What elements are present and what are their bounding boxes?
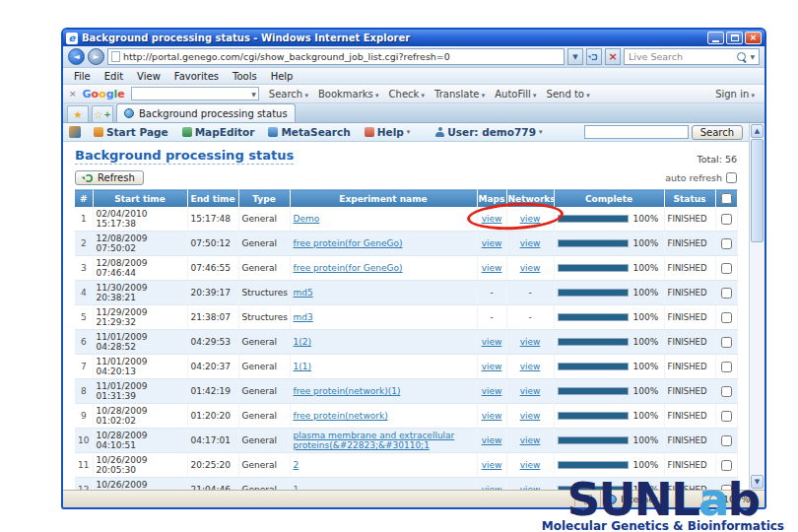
- maps-view-link[interactable]: view: [482, 411, 502, 421]
- menu-edit[interactable]: Edit: [98, 70, 130, 83]
- maps-view-link[interactable]: view: [482, 337, 502, 347]
- google-toolbar-check[interactable]: Check: [385, 88, 430, 100]
- networks-cell: view: [506, 355, 554, 379]
- refresh-page-button[interactable]: [586, 48, 602, 65]
- google-sign-in[interactable]: Sign in: [715, 89, 759, 100]
- experiment-link[interactable]: 1(2): [294, 337, 311, 347]
- maps-view-link[interactable]: view: [482, 362, 502, 371]
- select-cell: [715, 207, 737, 232]
- maximize-button[interactable]: [726, 32, 743, 44]
- google-toolbar-search[interactable]: Search: [265, 88, 312, 100]
- vertical-scrollbar[interactable]: ▲ ▼: [749, 123, 765, 490]
- experiment-link[interactable]: free protein(for GeneGo): [294, 238, 403, 248]
- networks-view-link[interactable]: view: [520, 435, 541, 445]
- row-checkbox[interactable]: [721, 435, 732, 446]
- nav-mapeditor[interactable]: MapEditor: [175, 126, 262, 138]
- row-checkbox[interactable]: [721, 238, 732, 249]
- experiment-link[interactable]: 1(1): [294, 362, 311, 371]
- experiment-link[interactable]: free protein(network): [294, 411, 388, 421]
- minimize-button[interactable]: [707, 32, 724, 44]
- close-button[interactable]: ×: [745, 32, 762, 44]
- nav-help[interactable]: Help: [358, 126, 418, 138]
- live-search-box[interactable]: Live Search ▼: [624, 48, 760, 65]
- google-toolbar-bookmarks[interactable]: Bookmarks: [314, 88, 383, 100]
- experiment-link[interactable]: Demo: [294, 214, 320, 224]
- maps-view-link[interactable]: view: [482, 263, 502, 273]
- toolbar-close-icon[interactable]: ×: [69, 89, 77, 99]
- scrollbar-thumb[interactable]: [751, 139, 764, 242]
- row-checkbox[interactable]: [721, 263, 732, 274]
- networks-view-link[interactable]: view: [520, 263, 541, 273]
- search-dropdown-icon[interactable]: ▼: [750, 53, 755, 60]
- window-titlebar[interactable]: e Background processing status - Windows…: [63, 30, 765, 46]
- address-field[interactable]: http://portal.genego.com/cgi/show_backgr…: [107, 48, 565, 65]
- menu-help[interactable]: Help: [264, 70, 300, 83]
- experiment-name-cell: plasma membrane and extracellular protei…: [290, 429, 477, 453]
- experiment-link[interactable]: 2: [294, 460, 299, 470]
- row-checkbox[interactable]: [721, 312, 732, 323]
- row-checkbox[interactable]: [721, 386, 732, 397]
- networks-cell: view: [506, 256, 554, 281]
- back-button[interactable]: ◄: [68, 48, 85, 65]
- maps-cell: -: [477, 305, 506, 330]
- networks-cell: view: [506, 453, 554, 478]
- maps-view-link[interactable]: view: [482, 386, 502, 396]
- app-search-input[interactable]: [584, 125, 689, 139]
- maps-view-link[interactable]: view: [482, 238, 502, 248]
- scroll-up-icon[interactable]: ▲: [751, 124, 764, 138]
- nav-metasearch[interactable]: MetaSearch: [261, 126, 357, 138]
- experiment-link[interactable]: plasma membrane and extracellular protei…: [294, 431, 455, 450]
- complete-cell: 100%: [554, 379, 664, 404]
- progress-fill: [559, 364, 628, 369]
- address-dropdown-button[interactable]: ▼: [567, 48, 583, 65]
- row-checkbox[interactable]: [721, 411, 732, 422]
- maps-view-link[interactable]: view: [482, 435, 502, 445]
- job-row: 611/01/2009 04:28:5204:29:53General1(2)v…: [75, 330, 737, 355]
- add-favorite-icon[interactable]: ☆+: [92, 105, 113, 122]
- progress-percent: 100%: [633, 263, 659, 273]
- address-bar: ◄ ► http://portal.genego.com/cgi/show_ba…: [63, 46, 765, 68]
- google-toolbar-send-to[interactable]: Send to: [543, 88, 594, 100]
- job-type: General: [238, 256, 290, 281]
- experiment-link[interactable]: md5: [294, 288, 313, 298]
- auto-refresh-checkbox[interactable]: [726, 172, 737, 183]
- networks-view-link[interactable]: view: [520, 362, 541, 371]
- experiment-link[interactable]: md3: [294, 312, 313, 322]
- browser-tab[interactable]: Background processing status: [116, 103, 296, 122]
- row-checkbox[interactable]: [721, 460, 732, 471]
- app-search-button[interactable]: Search: [692, 125, 743, 140]
- menu-file[interactable]: File: [67, 70, 98, 83]
- forward-button[interactable]: ►: [88, 48, 104, 65]
- menu-tools[interactable]: Tools: [226, 70, 264, 83]
- networks-view-link[interactable]: view: [520, 337, 541, 347]
- experiment-link[interactable]: free protein(network)(1): [294, 386, 401, 396]
- select-all-checkbox[interactable]: [721, 193, 732, 204]
- maps-view-link[interactable]: view: [482, 460, 502, 470]
- stop-button[interactable]: ×: [605, 48, 621, 65]
- row-number: 12: [75, 478, 93, 491]
- google-toolbar-autofill[interactable]: AutoFill: [491, 88, 540, 100]
- google-search-input[interactable]: ▼: [131, 87, 259, 100]
- networks-view-link[interactable]: view: [520, 411, 541, 421]
- minimize-icon: [712, 40, 719, 42]
- job-row: 711/01/2009 04:20:1304:20:37General1(1)v…: [75, 355, 737, 379]
- experiment-link[interactable]: free protein(for GeneGo): [294, 263, 403, 273]
- user-menu[interactable]: User: demo779: [429, 126, 549, 138]
- job-status: FINISHED: [664, 256, 715, 281]
- row-checkbox[interactable]: [721, 362, 732, 372]
- google-toolbar-translate[interactable]: Translate: [431, 88, 489, 100]
- row-checkbox[interactable]: [721, 288, 732, 299]
- menu-view[interactable]: View: [130, 70, 167, 83]
- menu-favorites[interactable]: Favorites: [167, 70, 226, 83]
- favorites-star-icon[interactable]: ★: [67, 105, 89, 122]
- google-search-dropdown-icon[interactable]: ▼: [251, 91, 256, 98]
- nav-start-page[interactable]: Start Page: [87, 126, 175, 138]
- col-header-: #: [75, 190, 93, 208]
- row-checkbox[interactable]: [721, 214, 732, 225]
- networks-view-link[interactable]: view: [520, 460, 541, 470]
- networks-view-link[interactable]: view: [520, 238, 541, 248]
- search-icon[interactable]: [737, 52, 747, 62]
- row-checkbox[interactable]: [721, 337, 732, 348]
- refresh-button[interactable]: Refresh: [75, 170, 144, 185]
- networks-view-link[interactable]: view: [520, 386, 541, 396]
